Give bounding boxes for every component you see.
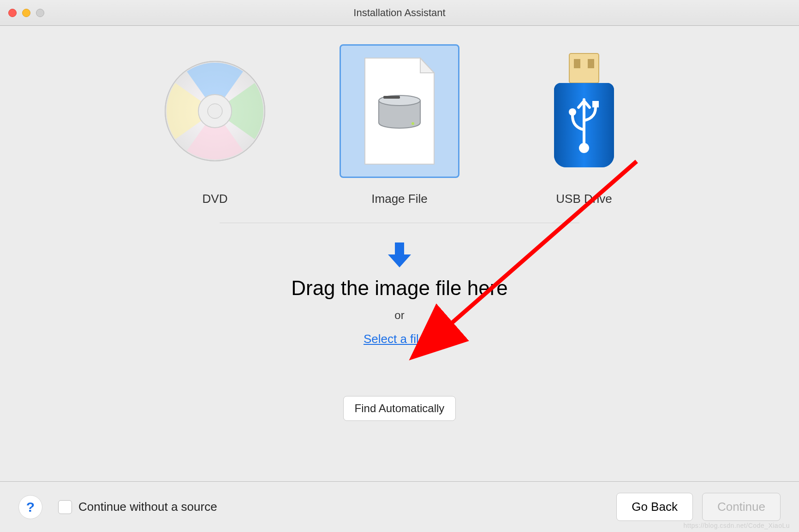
bottom-bar: ? Continue without a source Go Back Cont… xyxy=(0,481,799,532)
svg-rect-7 xyxy=(569,53,599,83)
watermark: https://blog.csdn.net/Code_XiaoLu xyxy=(683,522,790,529)
continue-without-source-option: Continue without a source xyxy=(58,500,217,514)
go-back-button[interactable]: Go Back xyxy=(616,493,693,521)
help-icon: ? xyxy=(26,499,35,515)
titlebar: Installation Assistant xyxy=(0,0,799,26)
source-usb-drive-label: USB Drive xyxy=(556,192,612,206)
drop-instruction: Drag the image file here xyxy=(291,277,508,300)
continue-without-source-checkbox[interactable] xyxy=(58,500,72,514)
find-automatically-wrap: Find Automatically xyxy=(343,396,456,421)
svg-point-3 xyxy=(208,104,222,118)
usb-drive-icon xyxy=(549,51,619,171)
continue-button: Continue xyxy=(702,493,781,521)
usb-icon-box xyxy=(524,44,644,178)
svg-rect-8 xyxy=(574,59,580,68)
image-file-icon-box xyxy=(340,44,459,178)
find-automatically-button[interactable]: Find Automatically xyxy=(343,396,456,421)
source-dvd-label: DVD xyxy=(203,192,228,206)
source-options: DVD xyxy=(155,44,644,206)
source-image-file-label: Image File xyxy=(371,192,427,206)
svg-point-12 xyxy=(569,108,576,116)
svg-rect-9 xyxy=(588,59,594,68)
dvd-icon-box xyxy=(155,44,275,178)
arrow-down-icon xyxy=(387,242,412,268)
content-area: DVD xyxy=(0,26,799,481)
source-image-file[interactable]: Image File xyxy=(340,44,459,206)
source-dvd[interactable]: DVD xyxy=(155,44,275,206)
divider xyxy=(220,223,579,223)
select-file-link[interactable]: Select a file... xyxy=(364,332,435,346)
drop-or-label: or xyxy=(394,309,404,322)
image-file-icon xyxy=(356,53,443,169)
help-button[interactable]: ? xyxy=(18,495,42,519)
window-title: Installation Assistant xyxy=(0,7,799,19)
svg-rect-13 xyxy=(592,101,599,107)
svg-rect-5 xyxy=(383,96,400,99)
dvd-icon xyxy=(162,58,268,164)
source-usb-drive[interactable]: USB Drive xyxy=(524,44,644,206)
nav-buttons: Go Back Continue xyxy=(616,493,781,521)
drop-area[interactable]: Drag the image file here or Select a fil… xyxy=(291,242,508,346)
continue-without-source-label: Continue without a source xyxy=(78,500,217,514)
svg-point-6 xyxy=(411,122,414,125)
installation-assistant-window: Installation Assistant xyxy=(0,0,799,532)
